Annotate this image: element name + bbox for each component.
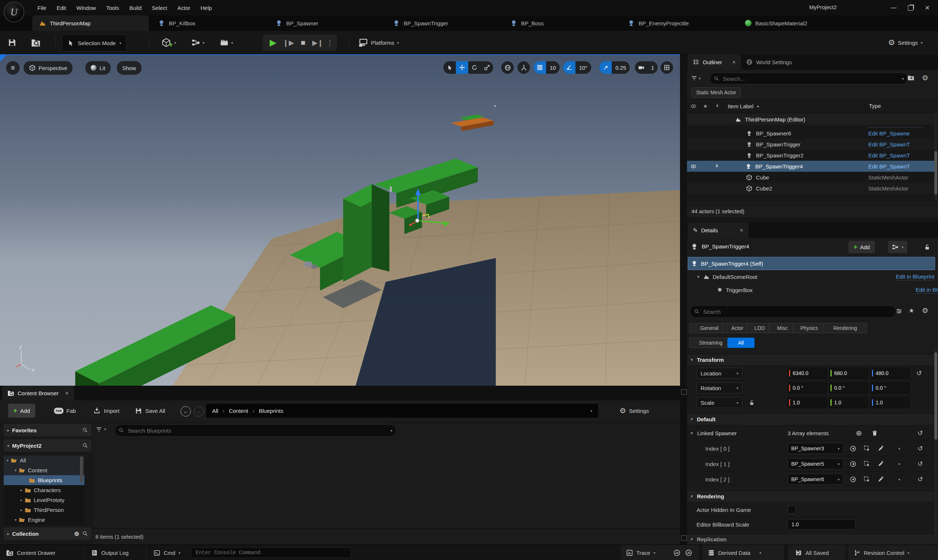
type-column-header[interactable]: Type <box>865 100 938 112</box>
add-actor-button[interactable]: + ▾ <box>161 35 176 50</box>
blueprint-edit-dropdown[interactable]: ▾ <box>888 241 907 253</box>
restore-button[interactable] <box>902 0 919 15</box>
forward-button[interactable]: → <box>194 406 204 417</box>
spawner-select-2[interactable]: BP_Spawner6▾ <box>787 474 843 485</box>
add-element-icon[interactable]: ⊕ <box>856 429 862 437</box>
section-default[interactable]: ▼ Default <box>687 413 933 425</box>
use-selected-icon[interactable] <box>849 445 857 452</box>
close-icon[interactable]: ✕ <box>65 391 69 396</box>
tree-item-all[interactable]: ▾ All <box>4 455 85 465</box>
tree-item-characters[interactable]: ▸ Characters <box>4 485 85 495</box>
filter-icon[interactable] <box>690 74 698 82</box>
element-options-icon[interactable]: ▾ <box>898 447 900 451</box>
eye-column-header[interactable] <box>687 100 700 112</box>
axis-widget-button[interactable] <box>517 61 530 74</box>
edit-blueprint-link[interactable]: Edit BP_SpawnT <box>868 152 910 158</box>
element-options-icon[interactable]: ▾ <box>898 462 900 466</box>
menu-select[interactable]: Select <box>147 0 172 15</box>
tab-basicshapematerial2[interactable]: BasicShapeMaterial2 <box>738 15 855 31</box>
grid-snap-toggle[interactable] <box>534 61 546 74</box>
output-log-button[interactable]: Output Log <box>91 545 128 560</box>
settings-dropdown[interactable]: ⚙ Settings ▾ <box>888 35 923 50</box>
close-button[interactable]: ✕ <box>919 0 936 15</box>
lock-open-icon[interactable] <box>923 243 931 251</box>
tab-details[interactable]: ✎ Details ✕ <box>688 222 749 238</box>
move-tool-button[interactable] <box>456 61 468 74</box>
tree-item-blueprints-selected[interactable]: Blueprints <box>4 475 85 485</box>
component-row-self[interactable]: BP_SpawnTrigger4 (Self) <box>688 257 935 270</box>
outliner-scrollbar[interactable] <box>934 151 937 194</box>
chevron-down-icon[interactable]: ▾ <box>902 77 904 81</box>
expand-triangle-icon[interactable]: ▼ <box>697 275 700 279</box>
display-options-icon[interactable] <box>895 307 904 315</box>
play-button[interactable]: ▶ <box>265 35 281 50</box>
dock-splitter[interactable] <box>680 386 687 545</box>
rotate-tool-button[interactable] <box>468 61 481 74</box>
eyedropper-icon[interactable] <box>876 476 885 483</box>
scale-y-field[interactable]: 1.0 <box>829 397 868 408</box>
insights-trace-store-icon[interactable] <box>684 548 693 557</box>
scale-lock-open-icon[interactable] <box>747 400 756 406</box>
tab-world-settings[interactable]: World Settings <box>741 55 797 69</box>
tab-content-browser[interactable]: Content Browser ✕ <box>2 386 74 400</box>
outliner-row-bp-spawntrigger2[interactable]: BP_SpawnTrigger2 Edit BP_SpawnT <box>687 150 934 161</box>
back-button[interactable]: ← <box>181 406 191 417</box>
quad-view-button[interactable] <box>661 61 673 74</box>
tree-item-content[interactable]: ▾ Content <box>4 465 85 475</box>
cinematics-dropdown-button[interactable]: ▾ <box>220 35 233 50</box>
browse-to-asset-icon[interactable] <box>863 460 871 468</box>
favorites-star-icon[interactable]: ★ <box>909 307 914 314</box>
menu-edit[interactable]: Edit <box>51 0 71 15</box>
add-collection-icon[interactable]: ⊕ <box>74 530 79 538</box>
outliner-row-bp-spawner6[interactable]: BP_Spawner6 Edit BP_Spawne <box>687 128 934 139</box>
cb-settings-dropdown[interactable]: ⚙ Settings <box>620 404 649 418</box>
close-icon[interactable]: ✕ <box>740 228 744 233</box>
tree-item-levelprototyping[interactable]: ▸ LevelPrototy <box>4 495 85 505</box>
pin-column-header[interactable] <box>711 100 723 112</box>
details-search-input[interactable] <box>703 308 892 315</box>
menu-window[interactable]: Window <box>71 0 101 15</box>
world-row[interactable]: ThirdPersonMap (Editor) <box>687 114 934 125</box>
revert-icon[interactable]: ↺ <box>916 369 922 377</box>
blueprints-dropdown-button[interactable]: ▾ <box>191 35 205 50</box>
tree-item-thirdperson[interactable]: ▸ ThirdPerson <box>4 505 85 515</box>
scale-z-field[interactable]: 1.0 <box>870 397 910 408</box>
eye-icon[interactable] <box>689 163 697 169</box>
pin-icon[interactable] <box>713 164 720 169</box>
chevron-down-icon[interactable]: ▾ <box>699 76 701 80</box>
breadcrumb-blueprints[interactable]: Blueprints <box>259 408 283 414</box>
details-scrollbar[interactable] <box>934 352 937 440</box>
chip-physics[interactable]: Physics <box>793 323 826 333</box>
component-row-scene-root[interactable]: ▼ DefaultSceneRoot Edit in Blueprint <box>688 270 938 283</box>
camera-speed-value[interactable]: 1 <box>647 65 658 71</box>
billboard-scale-field[interactable]: 1.0 <box>787 519 855 529</box>
outliner-row-bp-spawntrigger[interactable]: BP_SpawnTrigger Edit BP_SpawnT <box>687 139 934 150</box>
console-command-field[interactable] <box>191 548 351 558</box>
browse-to-asset-icon[interactable] <box>863 445 871 452</box>
platforms-dropdown[interactable]: Platforms ▾ <box>358 35 399 50</box>
grid-snap-value[interactable]: 10 <box>546 65 560 71</box>
tab-bp-boss[interactable]: BP_Boss <box>503 15 620 31</box>
chevron-down-icon[interactable]: ▾ <box>391 429 392 433</box>
console-command-input[interactable] <box>195 549 347 556</box>
menu-build[interactable]: Build <box>124 0 146 15</box>
edit-blueprint-link[interactable]: Edit BP_Spawne <box>868 130 910 137</box>
chip-rendering[interactable]: Rendering <box>824 323 867 333</box>
revert-icon[interactable]: ↺ <box>918 475 923 483</box>
select-tool-button[interactable] <box>443 61 456 74</box>
rotation-x-field[interactable]: 0.0 ° <box>787 382 827 393</box>
outliner-row-cube2[interactable]: Cube2 StaticMeshActor <box>687 183 934 194</box>
perspective-dropdown[interactable]: Perspective <box>23 61 73 75</box>
insights-session-icon[interactable] <box>672 548 681 557</box>
breadcrumb-all[interactable]: All <box>212 408 218 414</box>
spawner-select-1[interactable]: BP_Spawner5▾ <box>787 458 843 469</box>
menu-help[interactable]: Help <box>195 0 217 15</box>
tab-bp-enemyprojectile[interactable]: BP_EnemyProjectile <box>621 15 738 31</box>
edit-blueprint-link[interactable]: Edit BP_SpawnT <box>868 163 910 169</box>
breadcrumb-bar[interactable]: All › Content › Blueprints ▾ <box>206 404 598 418</box>
use-selected-icon[interactable] <box>849 460 857 468</box>
section-rendering[interactable]: ▼ Rendering <box>687 490 933 502</box>
star-column-header[interactable]: ★ <box>700 100 711 112</box>
rotation-z-field[interactable]: 0.0 ° <box>870 382 910 393</box>
location-x-field[interactable]: 6340.0 <box>787 368 827 379</box>
